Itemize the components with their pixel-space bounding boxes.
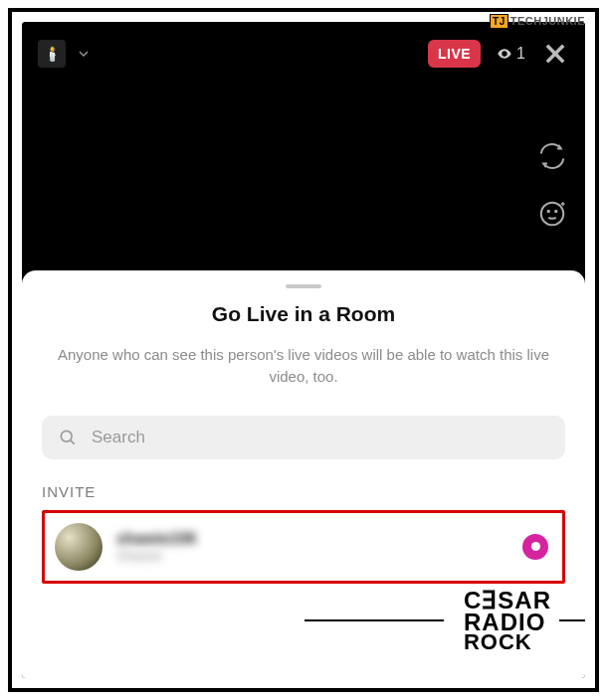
- live-side-controls: [537, 141, 567, 229]
- broadcaster-avatar[interactable]: 🕯️: [38, 40, 66, 68]
- viewer-number: 1: [516, 45, 525, 63]
- tj-badge: TJ: [490, 14, 508, 29]
- search-icon: [58, 428, 78, 447]
- select-radio[interactable]: [522, 534, 548, 560]
- live-badge: LIVE: [428, 40, 481, 68]
- sheet-subtitle: Anyone who can see this person's live vi…: [42, 344, 565, 388]
- search-input[interactable]: [92, 428, 549, 447]
- user-displayname: Shawie: [116, 548, 508, 564]
- svg-point-4: [555, 211, 557, 213]
- sheet-grabber[interactable]: [286, 284, 321, 288]
- watermark-techjunkie: TJTECHJUNKIE: [490, 14, 585, 29]
- search-field[interactable]: [42, 416, 565, 459]
- viewer-count[interactable]: 1: [491, 45, 531, 63]
- svg-line-8: [71, 439, 75, 443]
- user-username: shawie106: [116, 530, 508, 548]
- phone-screen: 🕯️ LIVE 1 Go Live in a Room Anyone who c…: [22, 22, 585, 678]
- invite-section-label: INVITE: [42, 483, 565, 500]
- user-avatar: [55, 523, 102, 571]
- chevron-down-icon[interactable]: [76, 46, 92, 62]
- eye-icon: [497, 46, 512, 62]
- user-text: shawie106 Shawie: [116, 530, 508, 564]
- face-filter-icon[interactable]: [537, 199, 567, 229]
- tj-text: TECHJUNKIE: [510, 15, 585, 27]
- svg-point-2: [541, 203, 564, 226]
- close-icon[interactable]: [541, 40, 569, 68]
- switch-camera-icon[interactable]: [537, 141, 567, 171]
- svg-point-3: [548, 211, 550, 213]
- sheet-title: Go Live in a Room: [42, 302, 565, 326]
- invite-user-row[interactable]: shawie106 Shawie: [42, 510, 565, 584]
- bottom-sheet: Go Live in a Room Anyone who can see thi…: [22, 270, 585, 678]
- live-video-area: 🕯️ LIVE 1: [22, 22, 585, 270]
- svg-point-7: [61, 431, 72, 441]
